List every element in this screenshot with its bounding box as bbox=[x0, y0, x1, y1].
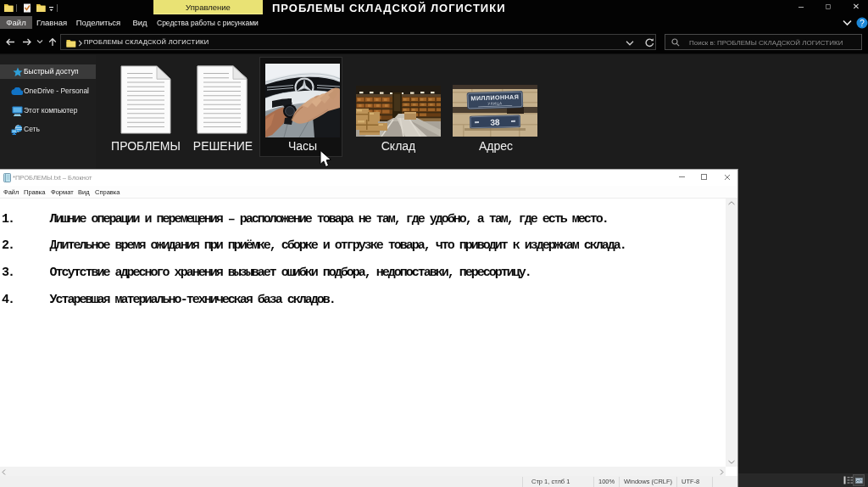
svg-text:?: ? bbox=[860, 19, 865, 28]
svg-text:УЛИЦА: УЛИЦА bbox=[487, 101, 502, 106]
svg-text:38: 38 bbox=[490, 117, 500, 126]
